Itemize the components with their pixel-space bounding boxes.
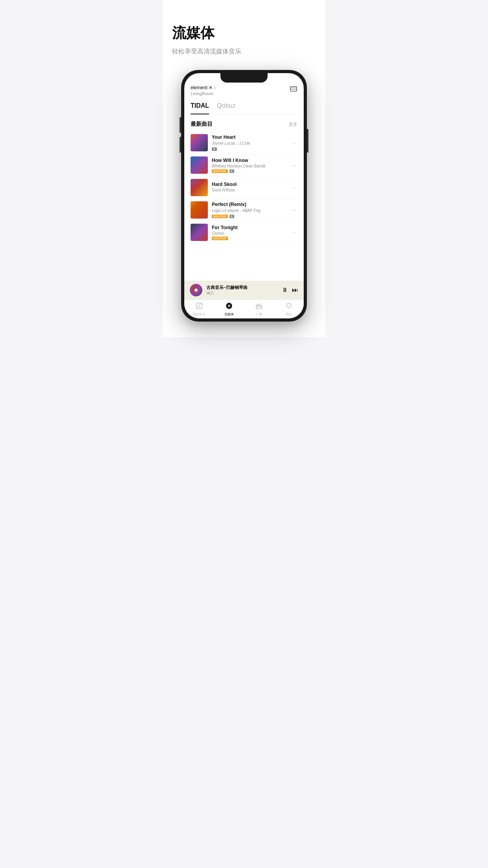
track-thumb-how-will-i-know — [191, 156, 208, 174]
app-name: element·✕ — [191, 85, 213, 90]
track-item-for-tonight[interactable]: For Tonight Giveon MASTER ··· — [191, 221, 297, 244]
track-item-perfect-remix[interactable]: Perfect (Remix) Logic,Lil wayne，A$AP Feg… — [191, 199, 297, 221]
player-artist: 纳兰 — [206, 291, 278, 296]
track-thumb-perfect — [191, 201, 208, 219]
player-title: 古典音乐–巴赫钢琴曲 — [206, 285, 278, 291]
badge-master: MASTER — [212, 169, 228, 173]
phone-mockup: element·✕ › LivingRoom — [181, 70, 307, 322]
track-thumb-hard-skool — [191, 179, 208, 196]
my-music-icon — [196, 302, 203, 311]
bottom-nav: 我的音乐 流媒体 — [184, 300, 304, 318]
streaming-icon — [226, 302, 233, 311]
nav-item-mine[interactable]: 我的 — [274, 301, 304, 318]
track-title: For Tonight — [212, 225, 286, 230]
badge-master: MASTER — [212, 237, 228, 240]
nav-item-streaming[interactable]: 流媒体 — [214, 301, 244, 318]
breadcrumb[interactable]: element·✕ › — [191, 85, 215, 90]
track-info-for-tonight: For Tonight Giveon MASTER — [212, 225, 286, 240]
radio-icon — [255, 302, 262, 311]
track-more-button[interactable]: ··· — [290, 138, 297, 147]
tab-tidal[interactable]: TIDAL — [191, 102, 209, 114]
track-badges: E — [212, 147, 286, 151]
track-more-button[interactable]: ··· — [290, 228, 297, 237]
volume-down-button — [180, 137, 181, 153]
cast-icon[interactable] — [290, 85, 297, 95]
track-info-your-heart: Your Heart Joyner Lucas，J.Cole E — [212, 134, 286, 151]
nav-item-my-music[interactable]: 我的音乐 — [184, 301, 214, 318]
nav-label-my-music: 我的音乐 — [193, 312, 205, 316]
location-label: LivingRoom — [191, 91, 215, 96]
phone-container: element·✕ › LivingRoom — [172, 70, 316, 322]
badge-master: MASTER — [212, 215, 228, 218]
svg-point-8 — [260, 306, 261, 307]
tab-qobuz[interactable]: Qobuz — [217, 102, 235, 111]
track-title: Hard Skool — [212, 182, 286, 187]
track-item-hard-skool[interactable]: Hard Skool Guns N'Rose ··· — [191, 177, 297, 199]
track-title: Perfect (Remix) — [212, 202, 286, 207]
track-thumb-your-heart — [191, 134, 208, 151]
svg-rect-9 — [257, 306, 259, 307]
next-button[interactable]: ⏭ — [292, 287, 298, 294]
phone-header: element·✕ › LivingRoom — [191, 85, 297, 96]
mine-icon — [285, 302, 292, 311]
track-more-button[interactable]: ··· — [290, 183, 297, 192]
track-list: Your Heart Joyner Lucas，J.Cole E ··· — [191, 132, 297, 282]
track-badges: MASTER E — [212, 215, 286, 218]
track-badges: MASTER E — [212, 169, 286, 173]
track-artist: Joyner Lucas，J.Cole — [212, 141, 286, 146]
player-disc — [190, 284, 202, 296]
player-bar[interactable]: 古典音乐–巴赫钢琴曲 纳兰 ⏸ ⏭ — [184, 281, 304, 300]
recent-tracks-more[interactable]: 更多 — [289, 121, 297, 127]
phone-screen: element·✕ › LivingRoom — [184, 73, 304, 318]
service-tabs: TIDAL Qobuz — [191, 102, 297, 114]
power-button — [307, 129, 308, 153]
recent-tracks-header: 最新曲目 更多 — [191, 121, 297, 128]
volume-up-button — [180, 117, 181, 133]
track-thumb-for-tonight — [191, 224, 208, 241]
page-title: 流媒体 — [172, 24, 316, 43]
track-info-hard-skool: Hard Skool Guns N'Rose — [212, 182, 286, 193]
player-controls: ⏸ ⏭ — [282, 287, 298, 294]
header-left: element·✕ › LivingRoom — [191, 85, 215, 96]
track-more-button[interactable]: ··· — [290, 160, 297, 170]
phone-notch — [220, 73, 268, 83]
badge-e: E — [229, 215, 235, 218]
track-title: Your Heart — [212, 134, 286, 140]
track-more-button[interactable]: ··· — [290, 205, 297, 215]
page-wrapper: 流媒体 轻松享受高清流媒体音乐 element·✕ › Liv — [163, 0, 325, 337]
nav-label-mine: 我的 — [286, 312, 292, 316]
track-artist: Giveon — [212, 231, 286, 235]
badge-e: E — [212, 147, 217, 151]
track-badges: MASTER — [212, 237, 286, 240]
nav-label-radio: 广播 — [256, 312, 262, 316]
track-artist: Logic,Lil wayne，A$AP Feg — [212, 208, 286, 213]
svg-point-6 — [229, 305, 230, 306]
badge-e: E — [229, 169, 235, 173]
svg-rect-0 — [290, 86, 297, 91]
pause-button[interactable]: ⏸ — [282, 287, 288, 294]
breadcrumb-arrow: › — [214, 86, 215, 90]
svg-point-2 — [198, 306, 199, 307]
track-item-your-heart[interactable]: Your Heart Joyner Lucas，J.Cole E ··· — [191, 132, 297, 154]
recent-tracks-title: 最新曲目 — [191, 121, 213, 128]
track-artist: Guns N'Rose — [212, 188, 286, 192]
page-subtitle: 轻松享受高清流媒体音乐 — [172, 48, 316, 56]
track-info-how-will-i-know: How Will I Know Whitney Houston,Clean Ba… — [212, 158, 286, 173]
player-info: 古典音乐–巴赫钢琴曲 纳兰 — [206, 285, 278, 296]
nav-label-streaming: 流媒体 — [224, 312, 234, 316]
track-info-perfect: Perfect (Remix) Logic,Lil wayne，A$AP Feg… — [212, 202, 286, 218]
track-artist: Whitney Houston,Clean Bandit — [212, 164, 286, 168]
nav-item-radio[interactable]: 广播 — [244, 301, 274, 318]
track-title: How Will I Know — [212, 158, 286, 163]
track-item-how-will-i-know[interactable]: How Will I Know Whitney Houston,Clean Ba… — [191, 154, 297, 177]
player-disc-center — [194, 289, 198, 292]
